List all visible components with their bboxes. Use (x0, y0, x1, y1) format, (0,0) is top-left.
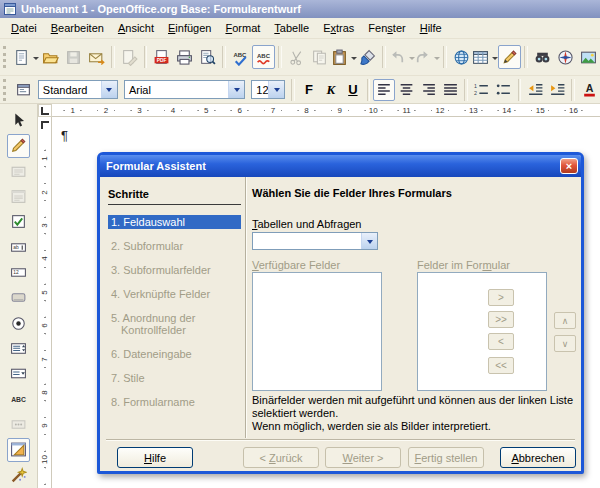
menu-ansicht[interactable]: Ansicht (111, 20, 161, 36)
wizards-button[interactable] (7, 464, 30, 487)
underline-button[interactable]: U (342, 79, 364, 101)
redo-button[interactable] (415, 45, 440, 69)
hyperlink-button[interactable] (450, 45, 473, 69)
form-design-button[interactable] (7, 438, 30, 461)
tab-type-selector[interactable] (38, 104, 52, 117)
menu-format[interactable]: Format (218, 20, 267, 36)
align-center-button[interactable] (395, 79, 417, 101)
list-box-button[interactable] (7, 337, 30, 360)
gallery-button[interactable] (577, 45, 600, 69)
check-box-button[interactable] (7, 210, 30, 233)
find-replace-button[interactable] (531, 45, 554, 69)
align-left-button[interactable] (373, 79, 395, 101)
cancel-button[interactable]: Abbrechen (500, 447, 576, 468)
help-button[interactable]: Hilfe (117, 447, 193, 468)
wizard-step-3[interactable]: 3. Subformularfelder (108, 263, 241, 277)
design-mode-button[interactable] (7, 134, 30, 157)
label-field-button[interactable]: ABC (7, 388, 30, 411)
undo-button[interactable] (389, 45, 414, 69)
spellcheck-button[interactable]: ABC (229, 45, 252, 69)
export-pdf-button[interactable]: PDF (150, 45, 173, 69)
italic-button[interactable]: K (320, 79, 342, 101)
chevron-down-icon[interactable] (434, 57, 440, 63)
fields-in-form-listbox[interactable] (417, 272, 547, 391)
vertical-ruler[interactable]: 1234567891011 (38, 117, 52, 488)
horizontal-ruler[interactable]: 12345678910111213141516 (52, 104, 600, 117)
wizard-step-7[interactable]: 7. Stile (108, 371, 241, 385)
control-properties-button[interactable] (7, 160, 30, 183)
combo-box-button[interactable] (7, 362, 30, 385)
move-down-button[interactable]: ∨ (554, 335, 576, 352)
standard-toolbar: PDFABCABC (0, 39, 600, 76)
move-selected-left-button[interactable]: < (488, 333, 514, 350)
print-button[interactable] (173, 45, 196, 69)
formatted-field-button[interactable]: 12 (7, 261, 30, 284)
auto-spellcheck-button[interactable]: ABC (252, 45, 275, 69)
cut-button[interactable] (285, 45, 308, 69)
menu-extras[interactable]: Extras (316, 20, 361, 36)
format-paintbrush-button[interactable] (356, 45, 379, 69)
page-preview-button[interactable] (196, 45, 219, 69)
finish-button[interactable]: Fertig stellen (408, 447, 484, 468)
bullet-list-button[interactable] (493, 79, 515, 101)
option-button-button[interactable] (7, 312, 30, 335)
edit-file-button[interactable] (118, 45, 141, 69)
close-button[interactable]: × (560, 158, 578, 174)
menu-hilfe[interactable]: Hilfe (413, 20, 449, 36)
font-color-button[interactable]: A (578, 79, 600, 101)
text-box-button[interactable]: ab (7, 236, 30, 259)
back-button[interactable]: < Zurück (243, 447, 319, 468)
push-button-button[interactable] (7, 286, 30, 309)
ruler-mark: 6 (38, 309, 51, 342)
toolbar-grip[interactable] (3, 79, 10, 101)
chevron-down-icon[interactable] (361, 233, 377, 249)
move-up-button[interactable]: ∧ (554, 312, 576, 329)
font-name-combobox[interactable]: Arial (124, 80, 245, 99)
wizard-step-4[interactable]: 4. Verknüpfte Felder (108, 287, 241, 301)
save-button[interactable] (62, 45, 85, 69)
wizard-step-8[interactable]: 8. Formularname (108, 395, 241, 409)
justify-button[interactable] (439, 79, 461, 101)
available-fields-listbox[interactable] (252, 272, 382, 391)
move-selected-right-button[interactable]: > (488, 289, 514, 306)
menu-tabelle[interactable]: Tabelle (267, 20, 316, 36)
toolbar-grip[interactable] (3, 46, 11, 68)
chevron-down-icon[interactable] (228, 81, 244, 98)
numbered-list-button[interactable]: 12 (471, 79, 493, 101)
menu-bearbeiten[interactable]: Bearbeiten (44, 20, 111, 36)
paste-button[interactable] (331, 45, 356, 69)
menu-datei[interactable]: Datei (4, 20, 44, 36)
tables-queries-combobox[interactable] (252, 232, 378, 250)
align-right-button[interactable] (417, 79, 439, 101)
styles-window-button[interactable] (13, 79, 35, 101)
move-all-right-button[interactable]: >> (488, 311, 514, 328)
font-size-combobox[interactable]: 12 (251, 80, 285, 99)
decrease-indent-button[interactable] (524, 79, 546, 101)
menu-einf-gen[interactable]: Einfügen (161, 20, 218, 36)
chevron-down-icon[interactable] (268, 81, 284, 98)
select-button[interactable] (7, 109, 30, 132)
new-document-button[interactable] (14, 45, 39, 69)
open-button[interactable] (39, 45, 62, 69)
increase-indent-button[interactable] (546, 79, 568, 101)
chevron-down-icon[interactable] (101, 81, 117, 98)
form-properties-button[interactable] (7, 185, 30, 208)
wizard-step-1[interactable]: 1. Feldauswahl (108, 215, 241, 229)
menu-fenster[interactable]: Fenster (361, 20, 412, 36)
email-button[interactable] (85, 45, 108, 69)
wizard-step-5[interactable]: 5. Anordnung der Kontrollfelder (108, 311, 241, 337)
wizard-step-6[interactable]: 6. Dateneingabe (108, 347, 241, 361)
navigator-button[interactable] (554, 45, 577, 69)
push-button-icon (10, 289, 27, 306)
bold-button[interactable]: F (298, 79, 320, 101)
move-all-left-button[interactable]: << (488, 357, 514, 374)
dialog-titlebar[interactable]: Formular Assistent × (100, 155, 581, 177)
insert-table-button[interactable] (473, 45, 498, 69)
draw-functions-button[interactable] (498, 45, 521, 69)
paragraph-style-combobox[interactable]: Standard (38, 80, 118, 99)
more-controls-button[interactable] (7, 413, 30, 436)
window-titlebar[interactable]: Unbenannt 1 - OpenOffice.org Base: Formu… (0, 0, 600, 18)
copy-button[interactable] (308, 45, 331, 69)
wizard-step-2[interactable]: 2. Subformular (108, 239, 241, 253)
next-button[interactable]: Weiter > (325, 447, 401, 468)
